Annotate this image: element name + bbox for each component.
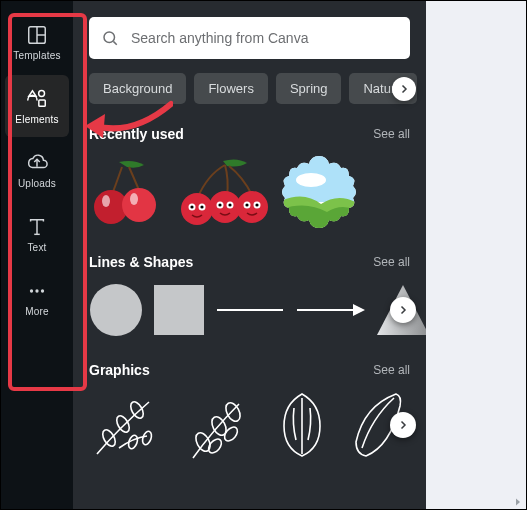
svg-point-29 (245, 203, 248, 206)
svg-point-48 (222, 425, 240, 444)
element-cherries-faces[interactable] (177, 157, 269, 227)
chevron-right-icon (397, 304, 409, 316)
leaf-icon (270, 388, 334, 462)
rail-label: More (25, 306, 49, 317)
shape-line[interactable] (215, 280, 285, 340)
search-bar[interactable] (89, 17, 410, 59)
cherries-faces-icon (177, 157, 269, 227)
svg-point-39 (100, 428, 118, 449)
see-all-shapes[interactable]: See all (373, 255, 410, 269)
svg-point-8 (35, 289, 38, 292)
cherries-pair-icon (89, 157, 167, 227)
section-title: Lines & Shapes (89, 254, 193, 270)
rail-item-more[interactable]: More (5, 267, 69, 329)
chevron-right-icon (398, 83, 410, 95)
svg-marker-50 (516, 499, 520, 506)
chip-background[interactable]: Background (89, 73, 186, 104)
svg-point-41 (128, 400, 146, 421)
circle-icon (89, 283, 143, 337)
svg-point-7 (30, 289, 33, 292)
templates-icon (26, 24, 48, 46)
recent-row (89, 152, 410, 232)
svg-point-19 (190, 205, 193, 208)
left-rail: Templates Elements Uploads Text More (1, 1, 73, 509)
svg-point-20 (200, 205, 203, 208)
section-graphics: Graphics See all (89, 362, 410, 462)
shape-square[interactable] (153, 280, 205, 340)
rail-item-uploads[interactable]: Uploads (5, 139, 69, 201)
svg-point-14 (102, 195, 110, 207)
landscape-badge-icon (279, 152, 359, 232)
svg-point-44 (193, 430, 213, 453)
svg-point-24 (218, 203, 221, 206)
see-all-graphics[interactable]: See all (373, 363, 410, 377)
rail-label: Templates (13, 50, 60, 61)
graphic-branch-2[interactable] (179, 388, 259, 462)
svg-marker-37 (353, 304, 365, 316)
shape-circle[interactable] (89, 280, 143, 340)
svg-point-13 (122, 188, 156, 222)
graphics-scroll-right[interactable] (390, 412, 416, 438)
chips-scroll-right[interactable] (392, 77, 416, 101)
line-icon (215, 300, 285, 320)
see-all-recent[interactable]: See all (373, 127, 410, 141)
rail-label: Uploads (18, 178, 56, 189)
svg-point-42 (127, 434, 139, 450)
shapes-scroll-right[interactable] (390, 297, 416, 323)
svg-point-26 (236, 191, 268, 223)
svg-rect-34 (154, 285, 204, 335)
svg-point-10 (104, 32, 115, 43)
element-cherries-pair[interactable] (89, 157, 167, 227)
rail-label: Elements (15, 114, 58, 125)
shapes-row (89, 280, 410, 340)
chip-flowers[interactable]: Flowers (194, 73, 268, 104)
svg-point-33 (90, 284, 142, 336)
svg-point-3 (39, 90, 45, 96)
scrollbar-right-arrow-icon (512, 496, 524, 508)
section-lines-shapes: Lines & Shapes See all (89, 254, 410, 340)
branch-icon (89, 388, 169, 462)
uploads-icon (26, 152, 48, 174)
graphics-row (89, 388, 410, 462)
text-icon (26, 216, 48, 238)
svg-point-43 (141, 430, 153, 446)
canvas-area[interactable] (426, 1, 526, 509)
rail-item-elements[interactable]: Elements (5, 75, 69, 137)
svg-point-9 (41, 289, 44, 292)
search-input[interactable] (129, 29, 398, 47)
more-icon (26, 280, 48, 302)
elements-icon (26, 88, 48, 110)
rail-item-templates[interactable]: Templates (5, 11, 69, 73)
graphic-leaf[interactable] (269, 388, 335, 462)
section-title: Recently used (89, 126, 184, 142)
svg-point-15 (130, 193, 138, 205)
section-recently-used: Recently used See all (89, 126, 410, 232)
svg-point-16 (181, 193, 213, 225)
square-icon (153, 284, 205, 336)
arrow-line-icon (295, 300, 365, 320)
elements-panel: Background Flowers Spring Nature Recentl… (73, 1, 426, 509)
graphic-branch-1[interactable] (89, 388, 169, 462)
element-landscape-badge[interactable] (279, 152, 359, 232)
category-chips: Background Flowers Spring Nature (89, 73, 410, 104)
branch-icon (179, 388, 259, 462)
chip-spring[interactable]: Spring (276, 73, 342, 104)
section-title: Graphics (89, 362, 150, 378)
svg-rect-4 (39, 99, 45, 105)
horizontal-scrollbar[interactable] (426, 495, 526, 509)
search-icon (101, 29, 119, 47)
rail-label: Text (27, 242, 46, 253)
svg-point-30 (255, 203, 258, 206)
svg-line-11 (113, 41, 116, 44)
chevron-right-icon (397, 419, 409, 431)
shape-arrow-line[interactable] (295, 280, 365, 340)
svg-point-25 (228, 203, 231, 206)
rail-item-text[interactable]: Text (5, 203, 69, 265)
svg-point-46 (223, 400, 243, 423)
svg-point-32 (296, 173, 326, 187)
